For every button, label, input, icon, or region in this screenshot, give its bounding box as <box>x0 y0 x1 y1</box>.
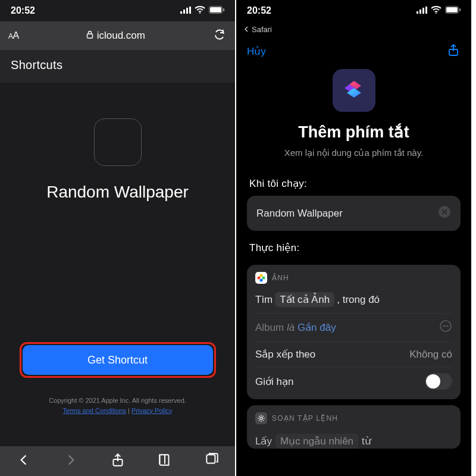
svg-rect-6 <box>210 7 221 12</box>
svg-rect-8 <box>87 34 92 38</box>
shortcut-name-value: Random Wallpaper <box>256 208 343 220</box>
action-card-photos: ẢNH Tìm Tất cả Ảnh , trong đó Album là G… <box>247 265 461 399</box>
battery-icon <box>445 5 461 16</box>
shortcut-name-field[interactable]: Random Wallpaper <box>247 196 461 231</box>
svg-rect-0 <box>180 11 182 14</box>
footer-text: Copyright © 2021 Apple Inc. All rights r… <box>0 392 235 419</box>
svg-point-4 <box>199 12 201 14</box>
signal-icon <box>180 5 191 16</box>
back-app-label: Safari <box>252 25 272 34</box>
copyright: Copyright © 2021 Apple Inc. All rights r… <box>49 397 186 404</box>
all-photos-pill[interactable]: Tất cả Ảnh <box>275 292 334 307</box>
share-button[interactable] <box>110 452 126 470</box>
share-button[interactable] <box>446 43 461 60</box>
remove-filter-icon[interactable] <box>439 320 452 336</box>
lock-icon <box>86 30 93 42</box>
highlight-box: Get Shortcut <box>20 342 216 378</box>
svg-rect-10 <box>206 455 215 463</box>
limit-toggle[interactable] <box>425 373 452 390</box>
get-random-line[interactable]: Lấy Mục ngẫu nhiên từ <box>255 430 452 449</box>
do-label: Thực hiện: <box>236 231 471 260</box>
svg-rect-17 <box>446 7 458 12</box>
scripting-label: SOẠN TẬP LỆNH <box>272 414 338 422</box>
svg-point-23 <box>260 279 263 282</box>
svg-rect-13 <box>422 8 424 14</box>
svg-point-24 <box>258 277 261 280</box>
svg-point-21 <box>260 274 263 277</box>
url-display[interactable]: icloud.com <box>27 30 204 42</box>
svg-rect-1 <box>183 10 185 14</box>
url-text: icloud.com <box>97 30 145 42</box>
clear-icon[interactable] <box>438 205 451 221</box>
status-time: 20:52 <box>11 5 35 16</box>
text-size-button[interactable]: AA <box>8 30 19 41</box>
limit-row: Giới hạn <box>255 367 452 396</box>
random-item-pill[interactable]: Mục ngẫu nhiên <box>275 434 358 449</box>
shortcuts-app-icon <box>333 69 375 112</box>
svg-rect-18 <box>459 8 461 11</box>
bookmarks-button[interactable] <box>157 452 173 470</box>
site-header: Shortcuts <box>0 50 235 83</box>
status-time: 20:52 <box>247 5 271 16</box>
shortcut-title: Random Wallpaper <box>46 183 189 202</box>
svg-rect-3 <box>189 7 191 14</box>
tabs-button[interactable] <box>204 452 220 470</box>
svg-rect-12 <box>419 10 421 14</box>
back-to-app[interactable]: Safari <box>236 21 471 37</box>
wifi-icon <box>195 5 205 16</box>
shortcut-icon-placeholder <box>94 118 142 166</box>
status-bar: 20:52 <box>0 0 235 21</box>
status-bar: 20:52 <box>236 0 471 21</box>
when-run-label: Khi tôi chạy: <box>236 167 471 196</box>
svg-rect-11 <box>416 11 418 14</box>
photos-app-label: ẢNH <box>272 274 289 282</box>
battery-icon <box>209 5 224 16</box>
find-photos-line[interactable]: Tìm Tất cả Ảnh , trong đó <box>255 290 452 313</box>
cancel-button[interactable]: Hủy <box>247 45 266 58</box>
sort-by-row[interactable]: Sắp xếp theo Không có <box>255 342 452 367</box>
action-card-scripting: SOẠN TẬP LỆNH Lấy Mục ngẫu nhiên từ <box>247 405 461 449</box>
svg-point-15 <box>436 12 437 14</box>
svg-rect-14 <box>425 7 427 14</box>
photos-app-icon <box>255 272 267 284</box>
safari-address-bar: AA icloud.com <box>0 21 235 50</box>
privacy-link[interactable]: Privacy Policy <box>131 407 172 414</box>
safari-toolbar <box>0 446 235 476</box>
reload-button[interactable] <box>212 27 227 44</box>
terms-link[interactable]: Terms and Conditions <box>63 407 126 414</box>
album-filter-line[interactable]: Album là Gần đây <box>255 313 452 342</box>
svg-point-22 <box>262 277 265 280</box>
svg-rect-2 <box>186 8 188 14</box>
svg-point-26 <box>260 417 262 419</box>
hero-section: Random Wallpaper Get Shortcut <box>0 83 235 392</box>
svg-rect-7 <box>223 8 224 11</box>
back-button[interactable] <box>16 452 32 470</box>
get-shortcut-button[interactable]: Get Shortcut <box>23 345 213 375</box>
gear-icon <box>255 412 267 424</box>
wifi-icon <box>431 5 441 16</box>
forward-button[interactable] <box>63 452 79 470</box>
signal-icon <box>416 5 427 16</box>
sheet-subtitle: Xem lại nội dung của phím tắt này. <box>284 148 424 158</box>
sheet-title: Thêm phím tắt <box>298 123 409 142</box>
